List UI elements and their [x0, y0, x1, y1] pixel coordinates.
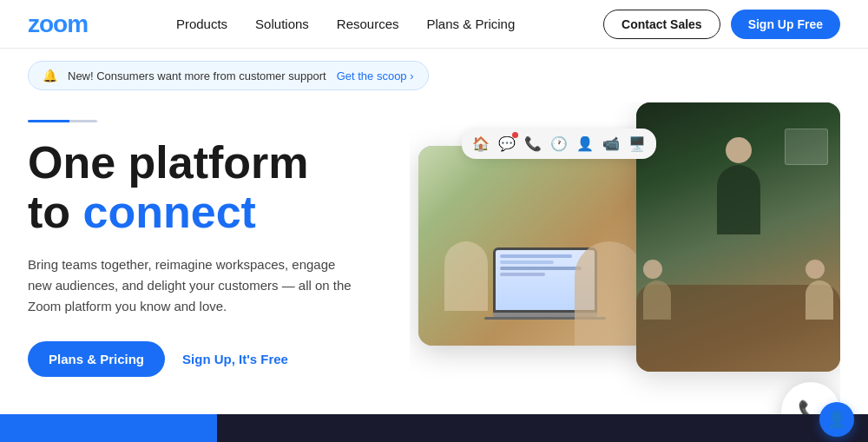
zoom-logo[interactable]: zoom [28, 10, 88, 38]
phone-icon-toolbar: 📞 [524, 135, 542, 152]
nav-actions: Contact Sales Sign Up Free [603, 10, 840, 39]
hero-visuals: 🏠 💬 📞 🕐 👤 📹 🖥️ [410, 102, 840, 442]
hero-line-decoration [28, 120, 97, 122]
support-icon: 👤 [827, 410, 846, 429]
hero-subtitle: Bring teams together, reimagine workspac… [28, 254, 358, 317]
banner-link[interactable]: Get the scoop › [337, 69, 414, 82]
laptop-image [418, 146, 661, 346]
bell-icon: 🔔 [43, 69, 57, 82]
support-bubble[interactable]: 👤 [819, 402, 854, 437]
banner-text: New! Consumers want more from customer s… [68, 69, 326, 82]
nav-resources[interactable]: Resources [337, 16, 399, 31]
signup-button[interactable]: Sign Up Free [731, 10, 840, 39]
clock-icon: 🕐 [550, 135, 568, 152]
nav-solutions[interactable]: Solutions [255, 16, 309, 31]
nav-products[interactable]: Products [176, 16, 227, 31]
hero-buttons: Plans & Pricing Sign Up, It's Free [28, 341, 410, 377]
screen-icon: 🖥️ [628, 135, 646, 152]
hero-title: One platform to connect [28, 138, 410, 237]
hero-title-line1: One platform [28, 137, 309, 188]
hero-title-highlight: connect [83, 187, 256, 237]
chat-icon[interactable]: 💬 [498, 135, 516, 152]
contact-sales-button[interactable]: Contact Sales [603, 10, 720, 39]
contacts-icon: 👤 [576, 135, 594, 152]
nav-plans-pricing[interactable]: Plans & Pricing [427, 16, 516, 31]
hero-content: One platform to connect Bring teams toge… [28, 102, 410, 442]
navbar: zoom Products Solutions Resources Plans … [0, 0, 868, 49]
meeting-image [636, 102, 840, 372]
zoom-app-toolbar: 🏠 💬 📞 🕐 👤 📹 🖥️ [462, 129, 656, 159]
video-icon: 📹 [602, 135, 620, 152]
announcement-banner: 🔔 New! Consumers want more from customer… [28, 61, 429, 90]
hero-section: One platform to connect Bring teams toge… [0, 102, 868, 442]
plans-pricing-button[interactable]: Plans & Pricing [28, 341, 165, 377]
nav-links: Products Solutions Resources Plans & Pri… [176, 16, 515, 31]
home-icon: 🏠 [472, 135, 490, 152]
signup-free-link[interactable]: Sign Up, It's Free [182, 352, 288, 366]
hero-title-line2: to [28, 187, 83, 237]
